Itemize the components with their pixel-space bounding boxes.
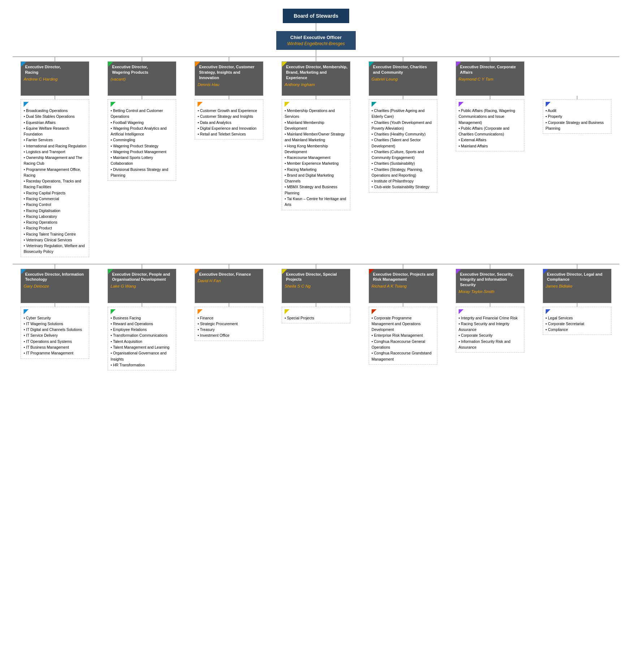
dept-item: Veterinary Regulation, Welfare and Biose… xyxy=(23,243,86,255)
exec-title-membership: Executive Director, Membership, Brand, M… xyxy=(285,64,347,81)
exec-title-people: Executive Director, People and Organisat… xyxy=(111,272,173,283)
dept-col-charities: Charities (Positive Ageing and Elderly C… xyxy=(360,96,445,257)
dept-row-2: Cyber Security IT Wagering Solutions IT … xyxy=(13,303,619,370)
flag-dept-security xyxy=(459,309,464,314)
dept-item: Ownership Management and The Racing Club xyxy=(23,155,86,167)
dept-item: Talent Acquisition xyxy=(111,339,173,344)
exec-name-customer: Dennis Hau xyxy=(198,82,260,87)
dept-item: Cyber Security xyxy=(23,315,86,321)
flag-dept-it xyxy=(23,309,29,314)
dept-item: Mainland Member/Owner Strategy and Mainl… xyxy=(285,131,347,143)
dept-item: Racing Control xyxy=(23,202,86,207)
dept-item: Brand and Digital Marketing Channels xyxy=(285,172,347,184)
vl-dept-special xyxy=(316,303,316,307)
vl-dept-it xyxy=(55,303,55,307)
dept-item: Charities (Strategy, Planning, Operation… xyxy=(372,167,434,178)
dept-item: Wagering Product Analytics and Artificia… xyxy=(111,125,173,137)
dept-item: IT Operations and Systems xyxy=(23,339,86,344)
exec-name-membership: Anthony Ingham xyxy=(285,82,347,87)
exec-name-legal2: James Bidlake xyxy=(546,284,609,288)
exec-col-special: Executive Director, Special Projects She… xyxy=(274,264,359,303)
exec-col-finance: Executive Director, Finance David H Fan xyxy=(187,264,272,303)
vl-dept-security xyxy=(490,303,490,307)
dept-item: Equine Welfare Research Foundation xyxy=(23,125,86,137)
exec-card-wagering: Executive Director,Wagering Products (va… xyxy=(108,61,176,96)
dept-list-corporate: Public Affairs (Racing, Wagering Communi… xyxy=(459,108,521,149)
vl-dept-finance xyxy=(229,303,229,307)
exec-title-customer: Executive Director, Customer Strategy, I… xyxy=(198,64,260,81)
dept-item: Broadcasting Operations xyxy=(23,108,86,113)
dept-item: Finance xyxy=(198,315,260,321)
dept-list-people: Business Facing Reward and Operations Em… xyxy=(111,315,173,368)
dept-item: Charities (Sustainability) xyxy=(372,160,434,166)
dept-col-finance: Finance Strategic Procurement Treasury I… xyxy=(187,303,272,370)
vl-dept-charities xyxy=(403,96,403,99)
exec-title-it: Executive Director, Information Technolo… xyxy=(23,272,86,283)
vl-security xyxy=(490,264,490,269)
dept-item: Charities (Positive Ageing and Elderly C… xyxy=(372,108,434,120)
dept-item: Member Experience Marketing xyxy=(285,160,347,166)
dept-item: International and Racing Regulation xyxy=(23,143,86,149)
flag-dept-racing xyxy=(23,102,29,107)
dept-item: Corporate Security xyxy=(459,332,521,338)
vl-dept-legal2 xyxy=(577,303,577,307)
dept-item: Betting Control and Customer Operations xyxy=(111,108,173,120)
dept-list-charities: Charities (Positive Ageing and Elderly C… xyxy=(372,108,434,190)
gap1 xyxy=(7,257,625,264)
dept-item: Hong Kong Membership Development xyxy=(285,143,347,155)
exec-title-security: Executive Director, Security, Integrity … xyxy=(459,272,521,288)
dept-item: Transformation Communications xyxy=(111,332,173,338)
flag-dept-wagering xyxy=(111,102,116,107)
dept-col-people: Business Facing Reward and Operations Em… xyxy=(100,303,185,370)
exec-title-wagering: Executive Director,Wagering Products xyxy=(111,64,173,75)
vl-dept-racing xyxy=(55,96,55,99)
exec-col-people: Executive Director, People and Organisat… xyxy=(100,264,185,303)
flag-dept-projects xyxy=(372,309,377,314)
exec-name-special: Sheila S C Ng xyxy=(285,284,347,288)
dept-col-legal: Audit Property Corporate Strategy and Bu… xyxy=(534,96,619,257)
dept-col-customer: Customer Growth and Experience Customer … xyxy=(187,96,272,257)
dept-list-legal2: Legal Services Corporate Secretariat Com… xyxy=(546,315,609,333)
vl-projects xyxy=(403,264,403,269)
exec-col-legal2: Executive Director, Legal and Compliance… xyxy=(534,264,619,303)
dept-list-wagering: Betting Control and Customer Operations … xyxy=(111,108,173,178)
dept-item: Institute of Philanthropy xyxy=(372,178,434,184)
exec-card-charities: Executive Director, Charities and Commun… xyxy=(369,61,437,96)
dept-item: Racing Security and Integrity Assurance xyxy=(459,321,521,333)
flag-dept-customer xyxy=(198,102,203,107)
vline-customer xyxy=(229,57,229,61)
board-box: Board of Stewards xyxy=(283,9,349,23)
dept-item: Mainland Membership Development xyxy=(285,120,347,132)
vl-dept-projects xyxy=(403,303,403,307)
dept-item: Racing Operations xyxy=(23,219,86,225)
dept-item: Compliance xyxy=(546,327,609,332)
dept-item: IT Business Management xyxy=(23,344,86,350)
dept-card-projects: Corporate Programme Management and Opera… xyxy=(369,307,437,365)
flag-dept-membership xyxy=(285,102,290,107)
dept-item: External Affairs xyxy=(459,137,521,143)
exec-row-2: Executive Director, Information Technolo… xyxy=(13,264,619,303)
dept-item: Racing Laboratory xyxy=(23,214,86,219)
exec-col-wagering: Executive Director,Wagering Products (va… xyxy=(100,57,185,96)
dept-item: Farrier Services xyxy=(23,137,86,143)
dept-col-security: Integrity and Financial Crime Risk Racin… xyxy=(447,303,532,370)
dept-item: Racing Commercial xyxy=(23,196,86,202)
exec-card-projects: Executive Director, Projects and Risk Ma… xyxy=(369,269,437,303)
dept-card-legal2: Legal Services Corporate Secretariat Com… xyxy=(543,307,611,335)
dept-item: Customer Strategy and Insights xyxy=(198,113,260,119)
exec-col-membership: Executive Director, Membership, Brand, M… xyxy=(274,57,359,96)
dept-item: MBMX Strategy and Business Planning xyxy=(285,184,347,196)
dept-item: Tai Kwun – Centre for Heritage and Arts xyxy=(285,196,347,208)
exec-col-corporate: Executive Director, Corporate Affairs Ra… xyxy=(447,57,532,96)
exec-col-charities: Executive Director, Charities and Commun… xyxy=(360,57,445,96)
dept-item: Racing Product xyxy=(23,225,86,231)
dept-card-wagering: Betting Control and Customer Operations … xyxy=(108,99,176,181)
exec-card-corporate: Executive Director, Corporate Affairs Ra… xyxy=(456,61,524,96)
dept-item: Racing Capital Projects xyxy=(23,190,86,196)
exec-name-corporate: Raymond C Y Tam xyxy=(459,77,521,81)
dept-card-legal: Audit Property Corporate Strategy and Bu… xyxy=(543,99,611,134)
exec-col-projects: Executive Director, Projects and Risk Ma… xyxy=(360,264,445,303)
ceo-title: Chief Executive Officer xyxy=(283,35,349,40)
dept-card-membership: Membership Operations and Services Mainl… xyxy=(282,99,350,210)
dept-col-wagering: Betting Control and Customer Operations … xyxy=(100,96,185,257)
